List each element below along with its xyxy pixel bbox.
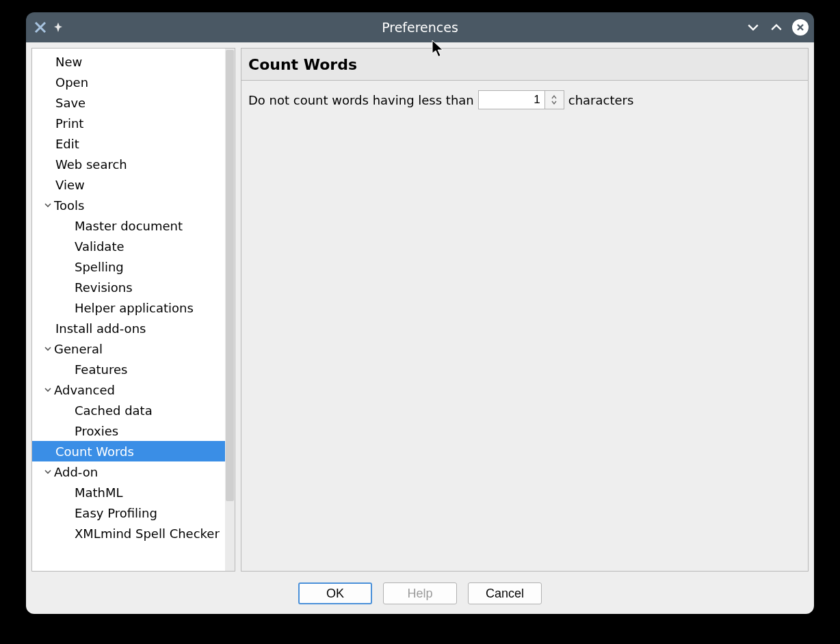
tree-item-label: XMLmind Spell Checker — [75, 526, 220, 541]
tree-item-label: Advanced — [54, 383, 115, 397]
tree-item[interactable]: New — [32, 51, 235, 72]
maximize-button[interactable] — [769, 20, 784, 35]
tree-item-label: Add-on — [54, 465, 98, 479]
tree-item[interactable]: Validate — [32, 236, 235, 256]
tree-item[interactable]: Web search — [32, 154, 235, 174]
tree-item-label: Install add-ons — [55, 321, 146, 336]
chevron-down-icon[interactable] — [43, 202, 53, 209]
tree-item-label: Spelling — [75, 260, 124, 274]
tree-item[interactable]: Helper applications — [32, 297, 235, 318]
chevron-down-icon[interactable] — [43, 468, 53, 475]
scrollbar-thumb[interactable] — [226, 50, 234, 501]
tree-item-label: Helper applications — [75, 301, 194, 315]
titlebar: Preferences — [26, 12, 814, 42]
setting-label-before: Do not count words having less than — [248, 93, 474, 107]
tree-item[interactable]: Count Words — [32, 441, 235, 461]
tree-item-label: Proxies — [75, 424, 118, 438]
button-bar: OK Help Cancel — [31, 572, 809, 608]
help-button: Help — [383, 582, 457, 604]
tree-item-label: Save — [55, 96, 86, 110]
tree-item-label: Web search — [55, 157, 127, 172]
tree-item[interactable]: XMLmind Spell Checker — [32, 523, 235, 544]
tree-item-label: Cached data — [75, 403, 153, 418]
chevron-down-icon[interactable] — [43, 345, 53, 352]
tree-item-label: Validate — [75, 239, 124, 254]
cancel-button[interactable]: Cancel — [468, 582, 542, 604]
tree-item[interactable]: General — [32, 338, 235, 359]
tree-item[interactable]: MathML — [32, 482, 235, 502]
tree-item[interactable]: Features — [32, 359, 235, 379]
tree-item[interactable]: Install add-ons — [32, 318, 235, 338]
tree-item-label: New — [55, 55, 82, 69]
tree-item[interactable]: View — [32, 174, 235, 195]
tree-item[interactable]: Open — [32, 72, 235, 92]
tree-item-label: General — [54, 342, 103, 356]
tree-item-label: Open — [55, 75, 88, 90]
tree-item-label: Revisions — [75, 280, 133, 295]
tree-item[interactable]: Save — [32, 92, 235, 113]
tree-item[interactable]: Add-on — [32, 461, 235, 482]
min-chars-input[interactable] — [478, 90, 545, 109]
tree-item-label: Master document — [75, 219, 183, 233]
ok-button[interactable]: OK — [298, 582, 372, 604]
tree-item-label: Features — [75, 362, 127, 377]
setting-label-after: characters — [568, 93, 634, 107]
tree-item[interactable]: Print — [32, 113, 235, 133]
tree-item[interactable]: Advanced — [32, 379, 235, 400]
tree-item[interactable]: Proxies — [32, 420, 235, 441]
tree-item[interactable]: Cached data — [32, 400, 235, 420]
tree-item[interactable]: Master document — [32, 215, 235, 236]
tree-item[interactable]: Easy Profiling — [32, 502, 235, 523]
window-title: Preferences — [26, 20, 814, 35]
pin-icon[interactable] — [52, 21, 64, 33]
close-button[interactable] — [792, 19, 809, 36]
chevron-down-icon[interactable] — [43, 386, 53, 393]
tree-item[interactable]: Revisions — [32, 277, 235, 297]
tree-item-label: View — [55, 178, 85, 192]
tree-item[interactable]: Spelling — [32, 256, 235, 277]
tree-item-label: Tools — [54, 198, 84, 213]
tree-item-label: MathML — [75, 485, 123, 500]
tree-item-label: Print — [55, 116, 83, 131]
tree-item[interactable]: Tools — [32, 195, 235, 215]
scrollbar[interactable] — [225, 49, 235, 571]
panel-header: Count Words — [241, 48, 809, 81]
app-icon — [33, 20, 48, 35]
minimize-button[interactable] — [746, 20, 761, 35]
panel-body: Do not count words having less than char… — [241, 81, 809, 572]
preferences-tree[interactable]: NewOpenSavePrintEditWeb searchViewToolsM… — [31, 48, 235, 572]
spinner-buttons[interactable] — [545, 90, 564, 109]
tree-item-label: Edit — [55, 137, 79, 151]
tree-item-label: Count Words — [55, 444, 134, 459]
tree-item-label: Easy Profiling — [75, 506, 157, 520]
tree-item[interactable]: Edit — [32, 133, 235, 154]
